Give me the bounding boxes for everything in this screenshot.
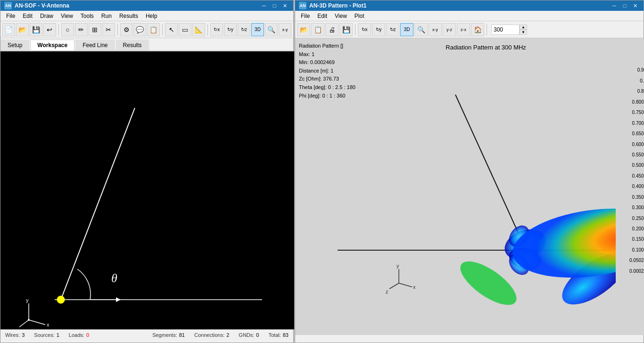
svg-line-14 xyxy=(455,95,526,250)
tab-setup[interactable]: Setup xyxy=(0,40,29,50)
pt-sep2 xyxy=(487,24,487,35)
menu-help[interactable]: Help xyxy=(142,11,161,21)
pattern-minimize-button[interactable]: ─ xyxy=(610,2,619,9)
cb-label-13: 0.3502 xyxy=(629,195,644,200)
xy-view-button[interactable]: x-y xyxy=(279,23,291,36)
pt-3d-button[interactable]: 3D xyxy=(400,23,413,36)
pattern-menu-plot[interactable]: Plot xyxy=(351,11,368,21)
pattern-menu-file[interactable]: File xyxy=(297,11,314,21)
loads-status: Loads: 0 xyxy=(69,332,89,338)
menu-view[interactable]: View xyxy=(57,11,77,21)
menu-run[interactable]: Run xyxy=(98,11,116,21)
svg-line-1 xyxy=(61,108,135,300)
pattern-3d-visualization: y z x xyxy=(314,76,616,321)
total-status: Total: 83 xyxy=(268,332,289,338)
frequency-input[interactable] xyxy=(491,24,520,35)
maximize-button[interactable]: □ xyxy=(270,2,279,9)
pt-xy-button[interactable]: x-y xyxy=(429,23,442,36)
3d-view-button[interactable]: 3D xyxy=(251,23,264,36)
pt-yz-button[interactable]: y-z xyxy=(443,23,456,36)
freq-up-button[interactable]: ▲ xyxy=(520,24,527,30)
zoom-button[interactable]: 🔍 xyxy=(265,23,278,36)
pattern-title-controls: ─ □ ✕ xyxy=(610,2,640,9)
info-min: Min: 0.0002469 xyxy=(299,58,355,67)
cb-label-1: 0.95 xyxy=(629,67,644,73)
cb-label-6: 0.7001 xyxy=(629,121,644,126)
cb-label-4: 0.8001 xyxy=(629,99,644,105)
cb-label-20: 0.00025 xyxy=(629,269,644,274)
menu-tools[interactable]: Tools xyxy=(77,11,98,21)
rot-z-button[interactable]: ↻z xyxy=(238,23,250,36)
pattern-menu-edit[interactable]: Edit xyxy=(314,11,331,21)
pattern-close-button[interactable]: ✕ xyxy=(630,2,640,9)
circle-button[interactable]: ○ xyxy=(61,23,74,36)
svg-point-12 xyxy=(28,319,30,321)
rot-x-button[interactable]: ↻x xyxy=(210,23,223,36)
info-distance: Distance [m]: 1 xyxy=(299,67,355,75)
svg-line-26 xyxy=(399,283,412,287)
close-button[interactable]: ✕ xyxy=(280,2,289,9)
menu-results[interactable]: Results xyxy=(116,11,142,21)
tab-workspace[interactable]: Workspace xyxy=(30,40,74,50)
svg-line-24 xyxy=(389,283,399,289)
wires-status: Wires: 3 xyxy=(5,332,25,338)
app-icon: AN xyxy=(4,2,12,9)
pt-rot-x-button[interactable]: ↻x xyxy=(358,23,371,36)
pt-save-button[interactable]: 💾 xyxy=(339,23,353,36)
pt-open-button[interactable]: 📂 xyxy=(297,23,310,36)
grid-button[interactable]: ⊞ xyxy=(89,23,101,36)
pattern-menu-view[interactable]: View xyxy=(331,11,351,21)
rect-select-button[interactable]: ▭ xyxy=(179,23,191,36)
menu-edit[interactable]: Edit xyxy=(19,11,36,21)
wires-label: Wires: xyxy=(5,332,20,338)
pt-rot-z-button[interactable]: ↻z xyxy=(386,23,399,36)
cb-label-9: 0.5501 xyxy=(629,152,644,157)
pattern-title-bar: AN AN-3D Pattern - Plot1 ─ □ ✕ xyxy=(295,0,644,11)
settings-button[interactable]: ⚙ xyxy=(120,23,133,36)
pt-copy-button[interactable]: 📋 xyxy=(311,23,324,36)
pattern-window-title: AN-3D Pattern - Plot1 xyxy=(309,2,366,9)
cb-label-15: 0.2502 xyxy=(629,216,644,221)
pt-zx-button[interactable]: z-x xyxy=(457,23,470,36)
pt-zoom-button[interactable]: 🔍 xyxy=(414,23,428,36)
pattern-maximize-button[interactable]: □ xyxy=(620,2,629,9)
connections-label: Connections: xyxy=(194,332,224,338)
open-button[interactable]: 📂 xyxy=(16,23,29,36)
cb-label-19: 0.05024 xyxy=(629,258,644,263)
rot-y-button[interactable]: ↻y xyxy=(224,23,237,36)
new-button[interactable]: 📄 xyxy=(2,23,15,36)
pt-print-button[interactable]: 🖨 xyxy=(325,23,339,36)
cb-label-14: 0.3002 xyxy=(629,205,644,210)
cut-button[interactable]: ✂ xyxy=(102,23,115,36)
pattern-canvas[interactable]: Radiation Pattern at 300 MHz Radiation P… xyxy=(295,38,644,335)
pattern-toolbar: 📂 📋 🖨 💾 ↻x ↻y ↻z 3D 🔍 x-y y-z z-x 🏠 ▲ ▼ xyxy=(295,21,644,38)
undo-button[interactable]: ↩ xyxy=(43,23,56,36)
svg-text:z: z xyxy=(386,289,388,294)
cb-label-8: 0.6001 xyxy=(629,142,644,147)
tab-feedline[interactable]: Feed Line xyxy=(75,40,115,50)
separator1 xyxy=(58,24,59,35)
comment-button[interactable]: 💬 xyxy=(133,23,146,36)
pattern-window: AN AN-3D Pattern - Plot1 ─ □ ✕ File Edit… xyxy=(295,0,644,343)
title-bar: AN AN-SOF - V-Antenna ─ □ ✕ xyxy=(0,0,293,11)
pattern-chart-title: Radiation Pattern at 300 MHz xyxy=(446,44,526,51)
freq-down-button[interactable]: ▼ xyxy=(520,30,527,35)
pen-button[interactable]: ✏ xyxy=(75,23,88,36)
cursor-button[interactable]: ↖ xyxy=(165,23,178,36)
export-button[interactable]: 📋 xyxy=(147,23,160,36)
pt-home-button[interactable]: 🏠 xyxy=(471,23,484,36)
pt-rot-y-button[interactable]: ↻y xyxy=(372,23,385,36)
info-max: Max: 1 xyxy=(299,50,355,59)
canvas-area[interactable]: θ y z x xyxy=(0,51,294,329)
menu-file[interactable]: File xyxy=(2,11,19,21)
tab-results[interactable]: Results xyxy=(116,40,149,50)
menu-draw[interactable]: Draw xyxy=(36,11,57,21)
toolbar: 📄 📂 💾 ↩ ○ ✏ ⊞ ✂ ⚙ 💬 📋 ↖ ▭ 📐 ↻x ↻y ↻z 3D … xyxy=(0,21,293,38)
svg-text:x: x xyxy=(47,322,50,327)
pt-sep1 xyxy=(355,24,355,35)
colorbar: 1 0.95 0.9 0.85 0.8001 0.7501 0.7001 0.6… xyxy=(629,57,639,293)
save-button[interactable]: 💾 xyxy=(30,23,42,36)
info-title: Radiation Pattern [] xyxy=(299,42,355,50)
measure-button[interactable]: 📐 xyxy=(192,23,205,36)
minimize-button[interactable]: ─ xyxy=(259,2,269,9)
